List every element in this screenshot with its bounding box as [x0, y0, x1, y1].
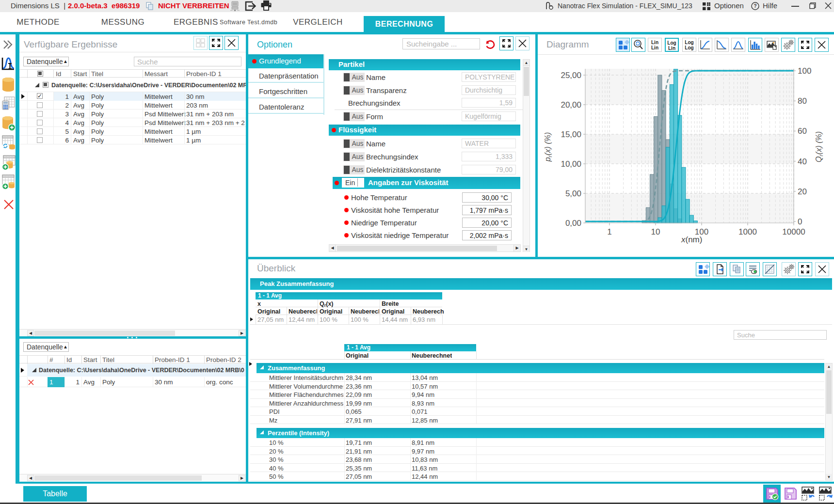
svg-text:100: 100 — [798, 66, 811, 76]
svg-text:1: 1 — [607, 227, 611, 236]
svg-text:Qr(x) (%): Qr(x) (%) — [815, 131, 824, 162]
svg-text:20: 20 — [798, 187, 807, 196]
svg-text:40: 40 — [798, 157, 807, 166]
svg-text:0,00: 0,00 — [565, 219, 581, 228]
svg-text:25,00: 25,00 — [561, 71, 581, 80]
svg-text:10,00: 10,00 — [561, 159, 581, 169]
svg-text:?: ? — [754, 3, 756, 9]
svg-text:5,00: 5,00 — [565, 189, 581, 198]
svg-text:20,00: 20,00 — [561, 100, 581, 110]
svg-text:10000: 10000 — [782, 227, 805, 236]
svg-text:1000: 1000 — [738, 227, 757, 236]
svg-text:60: 60 — [798, 126, 807, 136]
svg-text:80: 80 — [798, 96, 807, 106]
svg-text:pr(x) (%): pr(x) (%) — [544, 132, 553, 162]
svg-text:10: 10 — [651, 227, 660, 236]
svg-text:x(nm): x(nm) — [681, 235, 702, 244]
svg-text:15,00: 15,00 — [561, 130, 581, 139]
svg-text:0: 0 — [798, 217, 802, 226]
